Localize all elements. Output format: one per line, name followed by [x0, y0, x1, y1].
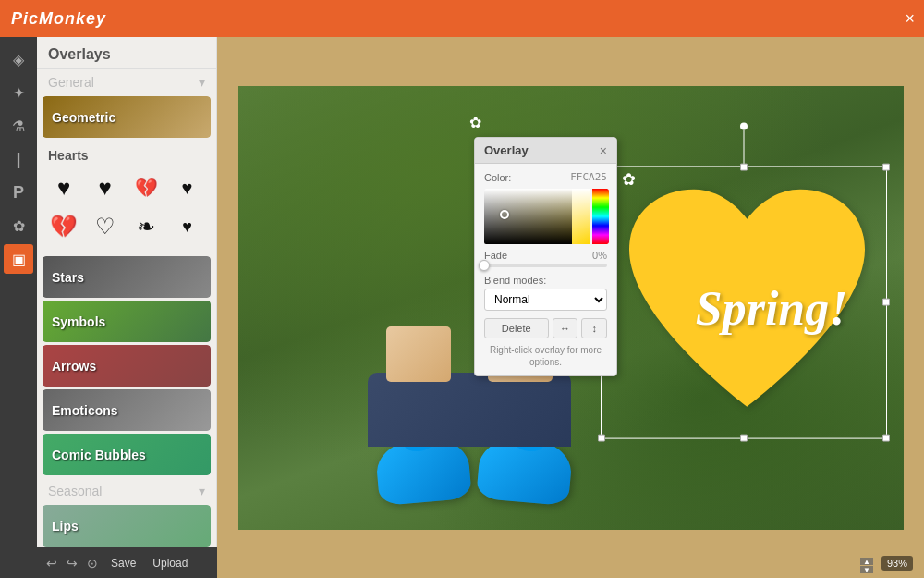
fade-slider[interactable]	[484, 264, 607, 267]
effects-tool[interactable]: ✦	[4, 78, 33, 107]
color-row: Color: FFCA25	[484, 171, 607, 183]
popup-close-button[interactable]: ×	[600, 144, 607, 157]
heart-item-outline[interactable]: ♡	[88, 209, 123, 244]
brush-tool[interactable]: |	[4, 144, 33, 174]
category-symbols[interactable]: Symbols	[43, 301, 211, 342]
category-arrows-label: Arrows	[43, 359, 105, 374]
heart-item-broken-2[interactable]: 💔	[46, 209, 81, 244]
zoom-down-arrow[interactable]: ▼	[860, 566, 873, 573]
blend-label: Blend modes:	[484, 275, 607, 286]
category-comic-bubbles-label: Comic Bubbles	[43, 448, 155, 462]
hearts-label: Hearts	[43, 144, 211, 166]
delete-button[interactable]: Delete	[484, 318, 549, 338]
sidebar-bottom-bar: ↩ ↪ ⊙ Save Upload	[37, 547, 217, 578]
upload-button-bar[interactable]: Upload	[149, 555, 191, 572]
zoom-up-arrow[interactable]: ▲	[860, 558, 873, 565]
spring-text: Spring!	[696, 280, 848, 335]
popup-title: Overlay	[484, 143, 529, 157]
shapes-tool[interactable]: ◈	[4, 44, 33, 74]
color-value: FFCA25	[570, 171, 607, 183]
heart-item-swirl[interactable]: ❧	[128, 209, 164, 244]
sidebar-header: Overlays	[37, 37, 216, 69]
close-button[interactable]: ×	[905, 9, 915, 29]
left-toolbar: ◈ ✦ ⚗ | P ✿ ▣	[0, 37, 37, 578]
slider-thumb[interactable]	[479, 260, 490, 271]
color-label: Color:	[484, 172, 511, 183]
category-stars[interactable]: Stars	[43, 256, 211, 298]
category-geometric[interactable]: Geometric	[43, 96, 211, 138]
category-arrows[interactable]: Arrows	[43, 345, 211, 387]
color-cursor	[500, 210, 509, 219]
seasonal-section-label: Seasonal ▾	[37, 478, 216, 502]
save-button-bar[interactable]: Save	[107, 555, 140, 572]
category-geometric-label: Geometric	[43, 110, 125, 125]
category-lips-label: Lips	[43, 519, 88, 534]
heart-item-arrow[interactable]: ♥	[170, 170, 205, 205]
zoom-arrows: ▲ ▼	[860, 558, 873, 573]
heart-item-solid-1[interactable]: ♥	[46, 170, 81, 205]
popup-body: Color: FFCA25 Fade 0%	[475, 164, 616, 375]
main-layout: ◈ ✦ ⚗ | P ✿ ▣ Overlays General ▾ Geometr…	[0, 37, 924, 578]
hearts-section: Hearts ♥ ♥ 💔 ♥ 💔 ♡ ❧ ♥	[37, 141, 216, 253]
category-lips[interactable]: Lips	[43, 505, 211, 547]
general-section-label: General ▾	[37, 69, 216, 93]
redo-icon-bar[interactable]: ↪	[67, 556, 78, 571]
top-bar: PicMonkey ×	[0, 0, 924, 37]
history-icon-bar[interactable]: ⊙	[87, 556, 98, 571]
slider-track	[484, 264, 607, 267]
flip-horizontal-button[interactable]: ↔	[553, 318, 578, 338]
sidebar: Overlays General ▾ Geometric Hearts ♥ ♥	[37, 37, 217, 578]
popup-header: Overlay ×	[475, 138, 616, 164]
flask-tool[interactable]: ⚗	[4, 111, 33, 141]
overlay-tool[interactable]: ▣	[4, 244, 33, 274]
text-tool[interactable]: P	[4, 178, 33, 207]
mascara-tool[interactable]: ✿	[4, 211, 33, 240]
fade-row: Fade 0%	[484, 250, 607, 267]
flip-vertical-button[interactable]: ↕	[581, 318, 607, 338]
popup-hint: Right-click overlay for more options.	[484, 344, 607, 368]
color-spectrum[interactable]	[592, 189, 609, 244]
canvas-area[interactable]: ✿ ✿ ✿ ✿ ✿	[217, 37, 924, 578]
color-saturation	[484, 189, 572, 244]
fade-value: 0%	[592, 250, 607, 261]
heart-item-floral[interactable]: ♥	[170, 209, 205, 244]
hearts-grid: ♥ ♥ 💔 ♥ 💔 ♡ ❧ ♥	[43, 166, 211, 248]
popup-buttons: Delete ↔ ↕	[484, 318, 607, 338]
fade-label: Fade	[484, 250, 507, 261]
blend-select[interactable]: Normal Multiply Screen Overlay Darken Li…	[484, 289, 607, 311]
overlay-popup: Overlay × Color: FFCA25	[474, 137, 617, 376]
category-comic-bubbles[interactable]: Comic Bubbles	[43, 434, 211, 475]
app-logo: PicMonkey	[11, 9, 106, 29]
undo-icon-bar[interactable]: ↩	[46, 556, 57, 571]
color-picker[interactable]	[484, 189, 609, 244]
category-stars-label: Stars	[43, 270, 93, 285]
category-emoticons[interactable]: Emoticons	[43, 389, 211, 431]
blend-row: Blend modes: Normal Multiply Screen Over…	[484, 275, 607, 311]
heart-item-solid-2[interactable]: ♥	[88, 170, 123, 205]
sidebar-scroll[interactable]: General ▾ Geometric Hearts ♥ ♥ 💔 ♥ 💔	[37, 69, 216, 578]
category-symbols-label: Symbols	[43, 314, 115, 329]
heart-item-broken-1[interactable]: 💔	[128, 170, 164, 205]
category-emoticons-label: Emoticons	[43, 403, 128, 418]
zoom-indicator: 93%	[881, 556, 913, 571]
